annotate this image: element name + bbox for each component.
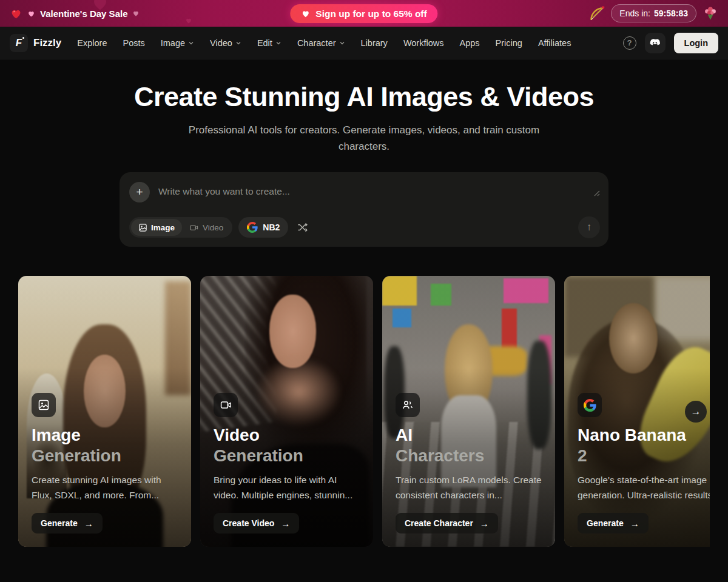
- chevron-down-icon: [339, 40, 345, 46]
- nav-item-library[interactable]: Library: [361, 38, 388, 48]
- nav-item-posts[interactable]: Posts: [123, 38, 144, 48]
- card-title: Nano Banana 2: [578, 425, 710, 466]
- card-title: Video Generation: [214, 425, 360, 466]
- add-attachment-button[interactable]: +: [129, 182, 150, 202]
- promo-banner: Valentine's Day Sale Sign up for up to 6…: [0, 0, 728, 27]
- chevron-down-icon: [188, 40, 194, 46]
- help-icon[interactable]: ?: [623, 36, 636, 50]
- mode-video-button[interactable]: Video: [182, 219, 231, 236]
- logo-letter: F: [16, 37, 22, 49]
- arrow-right-icon: →: [480, 518, 489, 529]
- cupid-bow-icon: [588, 5, 605, 22]
- brand-logo[interactable]: F Fizzly: [10, 34, 61, 52]
- page-title: Create Stunning AI Images & Videos: [0, 81, 728, 113]
- signup-offer-button[interactable]: Sign up for up to 65% off: [290, 4, 437, 23]
- pink-heart-icon: [27, 10, 35, 18]
- users-icon: [396, 393, 420, 417]
- logo-sparkle: [22, 37, 24, 39]
- image-icon: [32, 393, 56, 417]
- nav-item-apps[interactable]: Apps: [459, 38, 479, 48]
- generate-image-button[interactable]: Generate →: [32, 513, 103, 534]
- sale-announcement: Valentine's Day Sale: [10, 7, 140, 20]
- shuffle-icon[interactable]: [294, 222, 311, 233]
- card-description: Create stunning AI images with Flux, SDX…: [32, 472, 178, 503]
- create-character-button[interactable]: Create Character →: [396, 513, 498, 534]
- resize-handle-icon[interactable]: [594, 190, 600, 196]
- red-heart-icon: [10, 7, 22, 20]
- nav-item-workflows[interactable]: Workflows: [403, 38, 444, 48]
- create-video-button[interactable]: Create Video →: [214, 513, 299, 534]
- heart-icon: [301, 9, 310, 18]
- nav-item-edit[interactable]: Edit: [257, 38, 281, 48]
- card-title: Image Generation: [32, 425, 178, 466]
- countdown-pill: Ends in: 59:58:83: [611, 4, 696, 22]
- brand-name: Fizzly: [33, 37, 61, 49]
- nav-item-pricing[interactable]: Pricing: [496, 38, 522, 48]
- nav-item-affiliates[interactable]: Affiliates: [538, 38, 571, 48]
- model-selector[interactable]: NB2: [238, 217, 288, 238]
- mode-image-button[interactable]: Image: [131, 219, 182, 236]
- card-description: Google's state-of-the-art image generati…: [578, 472, 710, 503]
- card-description: Bring your ideas to life with AI video. …: [214, 472, 360, 503]
- nav-item-character[interactable]: Character: [297, 38, 345, 48]
- arrow-right-icon: →: [691, 406, 701, 418]
- discord-icon[interactable]: [645, 33, 666, 53]
- hero-subtitle: Professional AI tools for creators. Gene…: [175, 122, 554, 155]
- login-button[interactable]: Login: [674, 33, 718, 53]
- arrow-right-icon: →: [281, 518, 290, 529]
- google-icon: [578, 393, 602, 417]
- nav-item-video[interactable]: Video: [210, 38, 241, 48]
- sale-label: Valentine's Day Sale: [40, 8, 127, 19]
- mode-toggle: Image Video: [129, 217, 232, 238]
- pink-heart-icon: [132, 10, 140, 17]
- prompt-composer: + Image: [120, 172, 608, 247]
- signup-offer-label: Sign up for up to 65% off: [315, 8, 426, 19]
- chevron-down-icon: [275, 40, 281, 46]
- main-content: Create Stunning AI Images & Videos Profe…: [0, 81, 728, 582]
- carousel-next-button[interactable]: →: [685, 401, 707, 423]
- arrow-right-icon: →: [630, 518, 639, 529]
- decorative-heart-icon: [185, 17, 192, 24]
- ends-in-label: Ends in:: [619, 8, 650, 18]
- video-camera-icon: [189, 223, 199, 232]
- bouquet-icon: [703, 5, 718, 21]
- image-icon: [138, 223, 147, 232]
- top-navigation: F Fizzly Explore Posts Image Video Edit …: [0, 27, 728, 59]
- prompt-input[interactable]: [158, 182, 599, 206]
- nav-item-image[interactable]: Image: [161, 38, 194, 48]
- nav-links: Explore Posts Image Video Edit Character…: [77, 38, 571, 48]
- card-video-generation[interactable]: Video Generation Bring your ideas to lif…: [200, 276, 373, 547]
- arrow-right-icon: →: [84, 518, 93, 529]
- card-image-generation[interactable]: Image Generation Create stunning AI imag…: [18, 276, 191, 547]
- feature-carousel: Image Generation Create stunning AI imag…: [18, 276, 710, 547]
- nav-actions: ? Login: [623, 33, 718, 53]
- google-icon: [247, 222, 258, 233]
- chevron-down-icon: [235, 40, 241, 46]
- card-title: AI Characters: [396, 425, 542, 466]
- nav-item-explore[interactable]: Explore: [77, 38, 107, 48]
- cards-row: Image Generation Create stunning AI imag…: [18, 276, 710, 547]
- fizzly-logo-icon: F: [10, 34, 28, 52]
- generate-nano-banana-button[interactable]: Generate →: [578, 513, 649, 534]
- countdown-value: 59:58:83: [654, 8, 688, 18]
- video-camera-icon: [214, 393, 238, 417]
- submit-prompt-button[interactable]: ↑: [578, 216, 600, 238]
- card-ai-characters[interactable]: AI Characters Train custom LoRA models. …: [382, 276, 555, 547]
- card-description: Train custom LoRA models. Create consist…: [396, 472, 542, 503]
